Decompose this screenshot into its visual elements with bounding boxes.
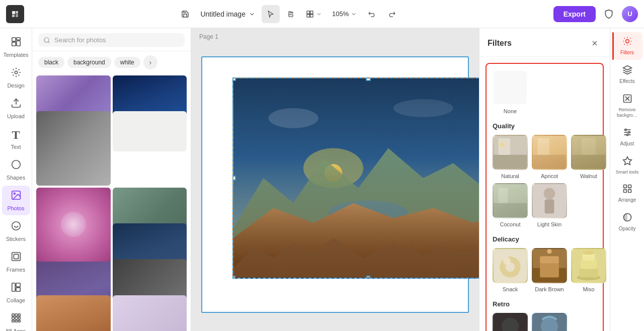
filter-coconut-thumb[interactable] bbox=[493, 183, 528, 218]
filter-tag-white[interactable]: white bbox=[114, 57, 140, 68]
undo-button[interactable] bbox=[363, 5, 381, 23]
svg-rect-46 bbox=[494, 155, 527, 169]
filter-tag-more-button[interactable]: › bbox=[143, 55, 157, 69]
sidebar-item-text[interactable]: T Text bbox=[2, 124, 30, 154]
svg-rect-91 bbox=[623, 185, 626, 188]
sidebar-item-upload[interactable]: Upload bbox=[2, 94, 30, 123]
photo-thumb-12[interactable] bbox=[113, 295, 187, 331]
filter-miso[interactable]: Miso bbox=[571, 248, 606, 292]
sidebar-item-templates[interactable]: Templates bbox=[2, 32, 30, 62]
filters-close-button[interactable] bbox=[588, 36, 602, 50]
left-sidebar: Templates Design Upload bbox=[0, 28, 32, 331]
right-tool-opacity[interactable]: Opacity bbox=[612, 208, 642, 236]
svg-point-32 bbox=[303, 148, 363, 188]
filter-carmel-thumb[interactable] bbox=[493, 313, 528, 331]
right-tool-remove-bg[interactable]: Remove backgro… bbox=[612, 90, 642, 122]
photo-thumb-11[interactable] bbox=[36, 295, 111, 331]
right-tool-filters[interactable]: Filters bbox=[612, 32, 642, 60]
svg-marker-38 bbox=[233, 203, 479, 278]
canvas-tools: 105% bbox=[262, 5, 401, 23]
resize-handle-top-mid[interactable] bbox=[366, 77, 371, 81]
svg-rect-68 bbox=[540, 256, 559, 263]
sidebar-item-stickers[interactable]: Stickers bbox=[2, 216, 30, 246]
filter-light-skin[interactable]: Light Skin bbox=[532, 183, 567, 227]
selected-image[interactable]: ↻ bbox=[232, 77, 479, 279]
svg-rect-31 bbox=[233, 78, 479, 278]
photo-thumb-4[interactable] bbox=[113, 111, 187, 151]
photo-thumb-3[interactable] bbox=[36, 111, 111, 186]
search-box[interactable] bbox=[38, 33, 185, 47]
filter-darkbrown-thumb[interactable] bbox=[532, 248, 567, 283]
filter-none-inner bbox=[494, 71, 527, 104]
export-button[interactable]: Export bbox=[553, 6, 596, 22]
resize-handle-mid-left[interactable] bbox=[232, 176, 236, 181]
zoom-button[interactable]: 105% bbox=[328, 8, 361, 20]
filter-apricot[interactable]: Apricot bbox=[532, 135, 567, 179]
svg-marker-90 bbox=[623, 156, 631, 164]
filter-dark-brown[interactable]: Dark Brown bbox=[532, 248, 567, 292]
resize-handle-bot-left[interactable] bbox=[232, 275, 236, 279]
filter-coconut[interactable]: Coconut bbox=[493, 183, 528, 227]
sidebar-item-frames[interactable]: Frames bbox=[2, 247, 30, 277]
sidebar-item-design[interactable]: Design bbox=[2, 63, 30, 93]
app-logo[interactable] bbox=[6, 5, 24, 23]
filters-header: Filters bbox=[479, 28, 610, 57]
save-button[interactable] bbox=[176, 5, 194, 23]
canvas-area: Page 1 bbox=[191, 28, 479, 331]
sidebar-label-photos: Photos bbox=[7, 205, 24, 211]
sidebar-item-photos[interactable]: Photos bbox=[2, 186, 30, 215]
filter-apricot-thumb[interactable] bbox=[532, 135, 567, 170]
hand-tool-button[interactable] bbox=[282, 5, 300, 23]
filter-carmel[interactable]: Carmel bbox=[493, 313, 528, 331]
filter-snack-thumb[interactable] bbox=[493, 248, 528, 283]
resize-handle-top-left[interactable] bbox=[232, 77, 236, 81]
sidebar-label-collage: Collage bbox=[7, 297, 25, 303]
right-tool-removebg-label: Remove backgro… bbox=[614, 107, 640, 118]
svg-rect-2 bbox=[307, 14, 309, 17]
user-avatar[interactable]: U bbox=[622, 6, 638, 22]
filter-none-item[interactable]: None bbox=[493, 70, 528, 114]
shield-icon-button[interactable] bbox=[600, 5, 618, 23]
search-section bbox=[32, 28, 191, 51]
right-tool-opacity-label: Opacity bbox=[619, 226, 636, 232]
filter-natural[interactable]: Natural bbox=[493, 135, 528, 179]
sidebar-item-collage[interactable]: Collage bbox=[2, 278, 30, 307]
right-tool-filters-label: Filters bbox=[620, 50, 634, 56]
svg-rect-51 bbox=[537, 138, 549, 155]
sidebar-item-shapes[interactable]: Shapes bbox=[2, 155, 30, 185]
section-title-retro: Retro bbox=[493, 300, 597, 308]
right-tool-arrange[interactable]: Arrange bbox=[612, 180, 642, 207]
filter-walnut-thumb[interactable] bbox=[571, 135, 606, 170]
filter-miami-thumb[interactable] bbox=[532, 313, 567, 331]
select-tool-button[interactable] bbox=[262, 5, 280, 23]
section-title-quality: Quality bbox=[493, 122, 597, 130]
filter-miami[interactable]: Miami bbox=[532, 313, 567, 331]
filter-walnut[interactable]: Walnut bbox=[571, 135, 606, 179]
canvas-wrapper[interactable]: ↻ bbox=[191, 28, 479, 331]
right-tool-smart-tools[interactable]: Smart tools bbox=[612, 152, 642, 179]
right-tool-effects[interactable]: Effects bbox=[612, 61, 642, 89]
svg-rect-93 bbox=[623, 190, 626, 193]
sidebar-item-apps[interactable]: 88 Apps bbox=[2, 308, 30, 331]
search-input[interactable] bbox=[54, 36, 180, 44]
filter-natural-thumb[interactable] bbox=[493, 135, 528, 170]
filter-lightskin-thumb[interactable] bbox=[532, 183, 567, 218]
filter-none-label: None bbox=[504, 108, 517, 114]
photo-thumb-5[interactable] bbox=[36, 188, 111, 262]
filter-miso-thumb[interactable] bbox=[571, 248, 606, 283]
redo-button[interactable] bbox=[383, 5, 401, 23]
filter-snack[interactable]: Snack bbox=[493, 248, 528, 292]
quality-filter-grid: Natural Apricot bbox=[493, 135, 597, 227]
resize-handle-bot-mid[interactable] bbox=[366, 275, 371, 279]
filters-body: None Quality bbox=[479, 57, 610, 331]
svg-point-10 bbox=[12, 160, 20, 169]
filter-none-thumb[interactable] bbox=[493, 70, 528, 105]
svg-rect-7 bbox=[16, 41, 20, 46]
filter-tag-background[interactable]: background bbox=[67, 57, 111, 68]
svg-rect-1 bbox=[310, 11, 313, 14]
document-title[interactable]: Untitled image bbox=[200, 10, 256, 18]
filter-tag-black[interactable]: black bbox=[38, 57, 64, 68]
opacity-icon bbox=[622, 212, 632, 225]
view-toggle-button[interactable] bbox=[302, 5, 326, 23]
right-tool-adjust[interactable]: Adjust bbox=[612, 123, 642, 151]
